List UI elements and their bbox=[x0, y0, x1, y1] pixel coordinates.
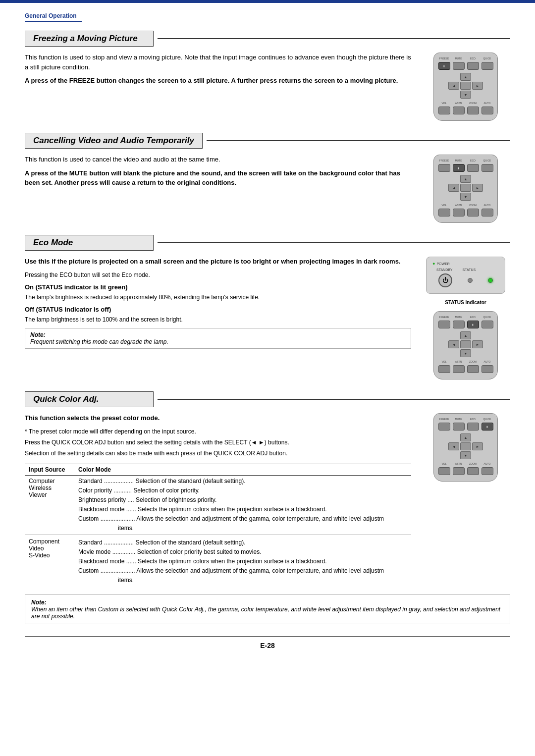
eco-btn bbox=[467, 62, 479, 70]
vol-btn-3 bbox=[438, 365, 450, 373]
mute-btn bbox=[453, 62, 465, 70]
power-dot-icon: ● bbox=[432, 261, 435, 266]
section-freezing-title: Freezing a Moving Picture bbox=[25, 31, 154, 47]
section-freezing-line bbox=[158, 38, 510, 39]
vol-btn bbox=[438, 107, 450, 114]
cancelling-description: This function is used to cancel the vide… bbox=[25, 155, 411, 164]
remote-btn-row2 bbox=[438, 107, 493, 114]
remote-body-cancelling: FREEZE MUTE ECO QUICK ▮ bbox=[433, 155, 498, 223]
astn-btn-4 bbox=[453, 467, 465, 475]
astn-btn-2 bbox=[453, 209, 465, 216]
remote-cancelling-btn-row2 bbox=[438, 209, 493, 216]
mode-custom-1: Custom ..................... Allows the … bbox=[78, 514, 407, 524]
cancelling-bold: A press of the MUTE button will blank th… bbox=[25, 168, 411, 188]
zoom-btn bbox=[467, 107, 479, 114]
quick-color-preset-note: * The preset color mode will differ depe… bbox=[25, 427, 411, 436]
standby-indicator bbox=[468, 278, 473, 283]
power-button[interactable]: ⏻ bbox=[438, 273, 452, 287]
quick-btn-3 bbox=[482, 321, 493, 328]
mode-list-component: Standard .................. Selection of… bbox=[78, 538, 407, 586]
eco-off-text: The lamp brightness is set to 100% and t… bbox=[25, 315, 411, 324]
power-indicator-row: ● POWER bbox=[432, 261, 499, 266]
right-arrow: ► bbox=[472, 82, 483, 90]
power-panel: ● POWER STANDBY STATUS ⏻ bbox=[426, 257, 505, 294]
right-arrow-3: ► bbox=[472, 340, 483, 348]
color-table-header-row: Input Source Color Mode bbox=[25, 464, 411, 475]
remote-quick-label-row1: FREEZE MUTE ECO QUICK bbox=[438, 418, 493, 421]
left-arrow: ◄ bbox=[448, 82, 459, 90]
section-freezing-header: Freezing a Moving Picture bbox=[25, 31, 510, 47]
eco-btn-4 bbox=[467, 423, 479, 431]
auto-btn-2 bbox=[482, 209, 493, 216]
mode-custom-2-items: items. bbox=[78, 576, 407, 585]
section-eco-image: ● POWER STANDBY STATUS ⏻ bbox=[421, 257, 510, 379]
quick-color-description1: Press the QUICK COLOR ADJ button and sel… bbox=[25, 438, 411, 447]
astn-btn bbox=[453, 107, 465, 114]
page-number: E-28 bbox=[25, 636, 510, 649]
remote-eco: FREEZE MUTE ECO QUICK ▮ bbox=[433, 311, 498, 379]
section-eco-content: Use this if the picture is projected on … bbox=[25, 257, 510, 379]
freezing-description: This function is used to stop and view a… bbox=[25, 53, 411, 72]
mode-color-priority: Color priority ........... Selection of … bbox=[78, 486, 407, 495]
mode-standard-2: Standard .................. Selection of… bbox=[78, 538, 407, 547]
left-arrow-3: ◄ bbox=[448, 340, 459, 348]
center-btn-4 bbox=[460, 442, 471, 450]
left-arrow-4: ◄ bbox=[448, 442, 459, 450]
eco-on-title: On (STATUS indicator is lit green) bbox=[25, 283, 411, 291]
power-buttons-row: ⏻ bbox=[432, 273, 499, 287]
quick-btn bbox=[482, 62, 493, 70]
remote-eco-btn-row2 bbox=[438, 365, 493, 373]
section-quick-color-line bbox=[158, 399, 510, 400]
vol-btn-4 bbox=[438, 467, 450, 475]
eco-on-text: The lamp's brightness is reduced to appr… bbox=[25, 293, 411, 302]
section-quick-color: Quick Color Adj. This function selects t… bbox=[25, 391, 510, 624]
bottom-note-label: Note: bbox=[31, 599, 47, 606]
freeze-btn: ▮ bbox=[438, 62, 450, 70]
table-row-component: Component Video S-Video Standard .......… bbox=[25, 535, 411, 586]
standby-label: STANDBY bbox=[436, 268, 453, 271]
section-freezing-content: This function is used to stop and view a… bbox=[25, 53, 510, 121]
remote-quick-btn-row1: ▮ bbox=[438, 423, 493, 431]
table-row-computer: Computer Wireless Viewer Standard ......… bbox=[25, 475, 411, 535]
bottom-note-text: When an item other than Custom is select… bbox=[31, 606, 500, 620]
col-input-source: Input Source bbox=[25, 464, 74, 475]
section-quick-color-header: Quick Color Adj. bbox=[25, 391, 510, 407]
section-quick-color-content: This function selects the preset color m… bbox=[25, 413, 510, 587]
section-eco: Eco Mode Use this if the picture is proj… bbox=[25, 235, 510, 379]
section-cancelling-image: FREEZE MUTE ECO QUICK ▮ bbox=[421, 155, 510, 223]
general-operation-label: General Operation bbox=[25, 12, 510, 31]
section-freezing-text: This function is used to stop and view a… bbox=[25, 53, 411, 121]
quick-btn-2 bbox=[482, 164, 493, 172]
freeze-btn-2 bbox=[438, 164, 450, 172]
source-computer: Computer Wireless Viewer bbox=[25, 475, 74, 535]
status-label: STATUS bbox=[463, 268, 476, 271]
section-quick-color-image: FREEZE MUTE ECO QUICK ▮ bbox=[421, 413, 510, 587]
section-quick-color-title: Quick Color Adj. bbox=[25, 391, 154, 407]
arrow-pad-3: ▲ ◄ ► ▼ bbox=[448, 331, 483, 357]
zoom-btn-2 bbox=[467, 209, 479, 216]
astn-btn-3 bbox=[453, 365, 465, 373]
up-arrow-2: ▲ bbox=[460, 175, 471, 183]
arrow-pad-4: ▲ ◄ ► ▼ bbox=[448, 433, 483, 459]
page: General Operation Freezing a Moving Pict… bbox=[0, 0, 535, 756]
center-btn bbox=[460, 82, 471, 90]
vol-btn-2 bbox=[438, 209, 450, 216]
mode-brightness: Brightness priority .... Selection of br… bbox=[78, 495, 407, 505]
remote-cancelling-btn-row1: ▮ bbox=[438, 164, 493, 172]
remote-quick-color: FREEZE MUTE ECO QUICK ▮ bbox=[433, 413, 498, 482]
col-color-mode: Color Mode bbox=[74, 464, 411, 475]
standby-status-row: STANDBY STATUS bbox=[436, 268, 499, 271]
remote-label-row1: FREEZE MUTE ECO QUICK bbox=[438, 57, 493, 60]
remote-body-freezing: FREEZE MUTE ECO QUICK ▮ bbox=[433, 53, 498, 121]
right-arrow-2: ► bbox=[472, 184, 483, 192]
section-quick-color-text: This function selects the preset color m… bbox=[25, 413, 411, 587]
mode-standard-1: Standard .................. Selection of… bbox=[78, 477, 407, 486]
left-arrow-2: ◄ bbox=[448, 184, 459, 192]
mode-custom-1-items: items. bbox=[78, 524, 407, 533]
auto-btn-4 bbox=[482, 467, 493, 475]
section-cancelling: Cancelling Video and Audio Temporarily T… bbox=[25, 133, 510, 223]
section-eco-line bbox=[158, 242, 510, 243]
eco-bold-intro: Use this if the picture is projected on … bbox=[25, 257, 411, 267]
remote-body-eco: FREEZE MUTE ECO QUICK ▮ bbox=[433, 311, 498, 379]
section-cancelling-title: Cancelling Video and Audio Temporarily bbox=[25, 133, 203, 149]
